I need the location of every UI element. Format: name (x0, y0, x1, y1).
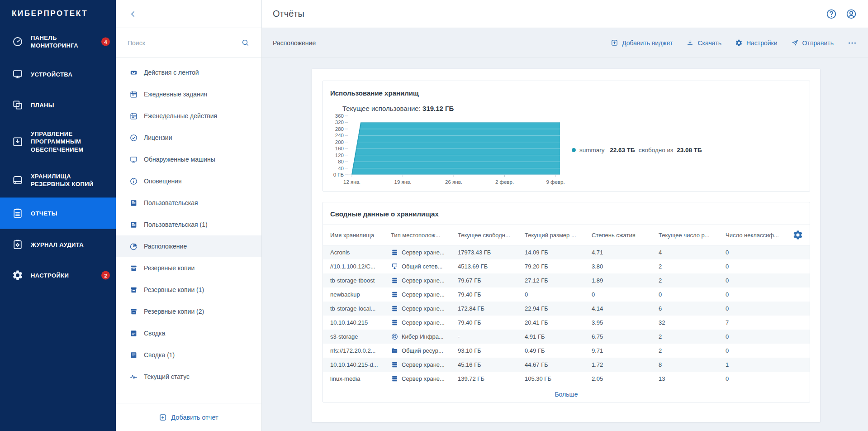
cell-storage-name: linux-media (323, 375, 391, 382)
user-account-icon[interactable] (845, 8, 857, 20)
back-button[interactable] (128, 10, 138, 19)
location-type-label: Сервер хране... (402, 375, 445, 382)
legend-free-text: 22.63 ТБ (608, 147, 635, 153)
sidebar-item-reports[interactable]: ОТЧЕТЫ (0, 197, 116, 229)
more-link[interactable]: Больше (555, 391, 578, 398)
search-icon[interactable] (241, 38, 250, 47)
sidebar-item-label: НАСТРОЙКИ (31, 272, 69, 279)
sidebar-item-devices[interactable]: УСТРОЙСТВА (0, 59, 116, 90)
send-button[interactable]: Отправить (791, 39, 834, 47)
report-item-4[interactable]: Лицензии (116, 127, 261, 148)
chart-row: 0 ГБ408012016020024028032036012 янв.19 я… (330, 112, 802, 187)
cell-backup-size: 4.91 ГБ (525, 333, 592, 340)
cell-location-type: Сервер хране... (391, 277, 458, 284)
cell-storage-name: tb-storage-local... (323, 305, 391, 312)
svg-text:12 янв.: 12 янв. (343, 179, 360, 185)
sidebar-item-plans[interactable]: ПЛАНЫ (0, 90, 116, 120)
sidebar-item-backup-storage[interactable]: ХРАНИЛИЩА РЕЗЕРВНЫХ КОПИЙ (0, 163, 116, 197)
column-header: Текущее число р... (659, 232, 726, 239)
notification-badge: 2 (101, 271, 110, 280)
report-item-3[interactable]: Еженедельные действия (116, 105, 261, 127)
report-item-1[interactable]: Действия с лентой (116, 62, 261, 83)
gear-button[interactable]: Настройки (735, 39, 778, 47)
report-sheet: Использование хранилищ Текущее использов… (312, 69, 820, 422)
report-item-label: Лицензии (144, 134, 172, 141)
add-widget-button[interactable]: Добавить виджет (611, 39, 673, 47)
more-options-icon[interactable] (847, 38, 857, 48)
report-item-8[interactable]: Пользовательская (1) (116, 214, 261, 235)
toolbar-button-label: Настройки (746, 39, 778, 47)
cell-backup-count: 0 (659, 291, 726, 298)
toolbar-button-label: Скачать (697, 39, 721, 47)
cell-compression-ratio: 4.71 (592, 249, 659, 256)
cell-free-space: 172.84 ГБ (458, 305, 525, 312)
cell-storage-name: //10.1.100.12/C... (323, 263, 391, 270)
location-type-label: Сервер хране... (402, 305, 445, 312)
location-type-label: Сервер хране... (402, 319, 445, 326)
report-item-10[interactable]: Резервные копии (116, 257, 261, 279)
cell-location-type: Сервер хране... (391, 361, 458, 369)
search-placeholder: Поиск (128, 39, 145, 47)
svg-text:200: 200 (335, 139, 344, 145)
download-button[interactable]: Скачать (686, 39, 721, 47)
table-header-row: Имя хранилищаТип местополож...Текущее св… (323, 225, 810, 245)
cell-backup-count: 2 (659, 333, 726, 340)
search-input[interactable]: Поиск (116, 28, 261, 58)
location-type-label: Сервер хране... (402, 361, 445, 368)
report-item-9[interactable]: Расположение (116, 235, 261, 257)
download-icon (686, 39, 694, 47)
server-storage-icon (391, 291, 398, 298)
cell-free-space: 79.40 ГБ (458, 319, 525, 326)
report-item-12[interactable]: Резервные копии (2) (116, 301, 261, 322)
sidebar-item-audit-log[interactable]: ЖУРНАЛ АУДИТА (0, 229, 116, 260)
table-settings-gear-icon[interactable] (792, 230, 803, 240)
calendar-icon (129, 90, 138, 99)
add-report-label: Добавить отчет (171, 414, 218, 421)
report-item-15[interactable]: Текущий статус (116, 366, 261, 388)
report-item-13[interactable]: Сводка (116, 322, 261, 344)
cell-compression-ratio: 1.89 (592, 277, 659, 284)
cell-storage-name: s3-storage (323, 333, 391, 340)
server-storage-icon (391, 277, 398, 284)
report-item-5[interactable]: Обнаруженные машины (116, 148, 261, 170)
report-item-14[interactable]: Сводка (1) (116, 344, 261, 366)
main-area: Отчёты Расположение Добавить виджетСкача… (262, 0, 868, 431)
svg-text:19 янв.: 19 янв. (394, 179, 412, 185)
sidebar-item-software[interactable]: УПРАВЛЕНИЕ ПРОГРАММНЫМ ОБЕСПЕЧЕНИЕМ (0, 120, 116, 163)
pulse-icon (129, 373, 138, 381)
cell-backup-count: 2 (659, 277, 726, 284)
location-type-label: Сервер хране... (402, 249, 445, 256)
table-row: 10.10.140.215-d...Сервер хране...45.16 Г… (323, 358, 810, 372)
sidebar-item-dashboard[interactable]: ПАНЕЛЬ МОНИТОРИНГА4 (0, 24, 116, 59)
backup-icon (129, 264, 138, 273)
pie-icon (129, 242, 138, 251)
report-item-label: Расположение (144, 243, 187, 250)
cell-compression-ratio: 3.95 (592, 319, 659, 326)
cell-compression-ratio: 9.71 (592, 347, 659, 354)
add-report-button[interactable]: Добавить отчет (116, 403, 261, 431)
svg-text:240: 240 (335, 133, 344, 138)
storage-icon (12, 174, 24, 186)
table-title: Сводные данные о хранилищах (323, 202, 810, 225)
svg-text:26 янв.: 26 янв. (445, 179, 462, 185)
svg-text:80: 80 (338, 159, 344, 164)
report-item-label: Резервные копии (2) (144, 308, 204, 315)
report-item-2[interactable]: Ежедневные задания (116, 83, 261, 105)
cell-storage-name: newbackup (323, 291, 391, 298)
legend-series-name: summary (579, 147, 605, 153)
report-item-6[interactable]: Оповещения (116, 170, 261, 192)
cell-compression-ratio: 4.14 (592, 305, 659, 312)
header-icons (825, 8, 857, 20)
column-header: Тип местополож... (391, 232, 458, 239)
help-icon[interactable] (825, 8, 837, 20)
report-item-label: Сводка (1) (144, 351, 175, 359)
report-item-7[interactable]: Пользовательская (116, 192, 261, 214)
sidebar-item-settings[interactable]: НАСТРОЙКИ2 (0, 260, 116, 291)
report-item-11[interactable]: Резервные копии (1) (116, 279, 261, 301)
cell-free-space: 45.16 ГБ (458, 361, 525, 368)
table-row: tb-storage-tboostСервер хране...79.67 ГБ… (323, 273, 810, 287)
table-settings-cell (792, 230, 810, 240)
report-item-label: Пользовательская (1) (144, 221, 208, 228)
report-item-label: Действия с лентой (144, 69, 199, 76)
report-item-label: Оповещения (144, 177, 182, 185)
